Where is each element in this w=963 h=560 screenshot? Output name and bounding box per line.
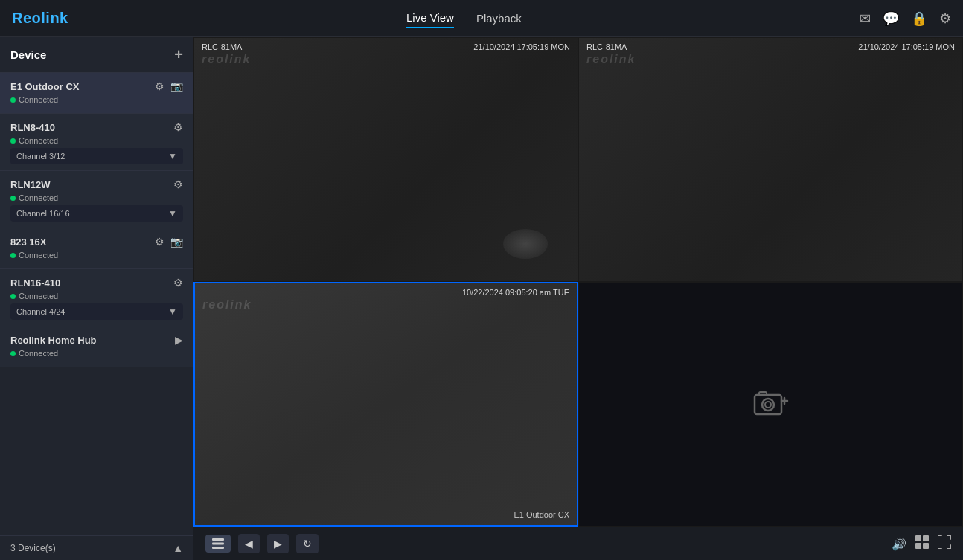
device-status-1: Connected	[19, 136, 58, 145]
svg-point-1	[762, 399, 774, 411]
message-icon[interactable]: ✉	[860, 10, 871, 27]
status-dot-3	[10, 253, 16, 258]
main-area: Device + E1 Outdoor CX ⚙ 📷 Connected RLN…	[0, 37, 963, 560]
channel-label-1: Channel 3/12	[16, 152, 65, 161]
camera-overlay-top-0: RLC-81MA 21/10/2024 17:05:19 MON	[194, 42, 578, 51]
header-icons: ✉ 💬 🔒 ⚙	[860, 10, 951, 27]
camera-datetime-0: 21/10/2024 17:05:19 MON	[473, 42, 570, 51]
bottom-bar: ◀ ▶ ↻ 🔊	[193, 527, 963, 560]
camera-watermark-2: reolink	[202, 298, 252, 312]
device-count: 3 Device(s)	[10, 543, 56, 553]
camera-cell-1[interactable]: RLC-81MA 21/10/2024 17:05:19 MON reolink	[578, 37, 963, 282]
header-nav: Live View Playback	[406, 8, 522, 28]
device-settings-2[interactable]: ⚙	[173, 178, 183, 190]
camera-feed-2: 10/22/2024 09:05:20 am TUE reolink E1 Ou…	[195, 283, 577, 525]
camera-watermark-0: reolink	[202, 53, 251, 66]
device-item-rln8-410[interactable]: RLN8-410 ⚙ Connected Channel 3/12 ▼	[0, 114, 193, 171]
status-dot-0	[10, 97, 16, 103]
device-settings-4[interactable]: ⚙	[173, 277, 183, 289]
status-dot-2	[10, 196, 16, 201]
device-name-4: RLN16-410	[10, 277, 60, 289]
channel-arrow-2: ▼	[168, 208, 177, 219]
device-status-3: Connected	[19, 251, 58, 260]
device-stream-icon-3[interactable]: 📷	[170, 236, 183, 248]
device-name-5: Reolink Home Hub	[10, 335, 97, 346]
bottom-right-controls: 🔊	[892, 535, 951, 552]
svg-rect-12	[923, 543, 929, 549]
lock-icon[interactable]: 🔒	[911, 10, 927, 27]
device-item-rln16-410[interactable]: RLN16-410 ⚙ Connected Channel 4/24 ▼	[0, 269, 193, 326]
camera-model-1: RLC-81MA	[586, 42, 627, 51]
device-chevron-right-5[interactable]: ▶	[175, 334, 183, 346]
collapse-sidebar-button[interactable]: ▲	[173, 542, 183, 554]
svg-rect-10	[923, 535, 929, 541]
channel-label-2: Channel 16/16	[16, 209, 70, 218]
add-camera-icon	[753, 387, 789, 422]
device-name-0: E1 Outdoor CX	[10, 81, 79, 92]
sidebar-footer: 3 Device(s) ▲	[0, 535, 193, 560]
svg-rect-7	[212, 543, 224, 545]
svg-rect-11	[915, 543, 921, 549]
camera-feed-1: RLC-81MA 21/10/2024 17:05:19 MON reolink	[579, 38, 962, 281]
nav-playback[interactable]: Playback	[476, 9, 522, 28]
prev-button[interactable]: ◀	[238, 534, 260, 553]
list-view-button[interactable]	[205, 535, 231, 553]
bottom-left-controls: ◀ ▶ ↻	[205, 534, 319, 553]
device-item-e1-outdoor-cx[interactable]: E1 Outdoor CX ⚙ 📷 Connected	[0, 73, 193, 114]
device-item-home-hub[interactable]: Reolink Home Hub ▶ Connected	[0, 326, 193, 367]
channel-arrow-1: ▼	[168, 151, 177, 161]
channel-selector-1[interactable]: Channel 3/12 ▼	[10, 148, 183, 164]
device-name-3: 823 16X	[10, 236, 46, 248]
device-settings-0[interactable]: ⚙	[155, 80, 164, 92]
camera-watermark-1: reolink	[586, 53, 636, 66]
camera-label-2: E1 Outdoor CX	[514, 510, 569, 519]
device-status-0: Connected	[19, 95, 58, 104]
camera-feed-0: RLC-81MA 21/10/2024 17:05:19 MON reolink	[194, 38, 578, 281]
volume-icon[interactable]: 🔊	[892, 537, 906, 551]
status-dot-1	[10, 138, 16, 144]
device-status-5: Connected	[19, 349, 58, 358]
chat-icon[interactable]: 💬	[883, 10, 899, 27]
channel-arrow-4: ▼	[168, 306, 177, 317]
camera-cell-2[interactable]: 10/22/2024 09:05:20 am TUE reolink E1 Ou…	[193, 282, 578, 527]
svg-rect-8	[212, 547, 224, 549]
camera-overlay-top-2: 10/22/2024 09:05:20 am TUE	[195, 288, 577, 297]
fullscreen-icon[interactable]	[938, 535, 951, 552]
camera-overlay-top-1: RLC-81MA 21/10/2024 17:05:19 MON	[579, 42, 962, 51]
channel-selector-4[interactable]: Channel 4/24 ▼	[10, 303, 183, 320]
device-stream-icon-0[interactable]: 📷	[170, 80, 183, 92]
camera-datetime-2: 10/22/2024 09:05:20 am TUE	[462, 288, 569, 297]
channel-label-4: Channel 4/24	[16, 307, 65, 316]
add-device-button[interactable]: +	[174, 46, 183, 63]
device-settings-1[interactable]: ⚙	[173, 121, 183, 133]
svg-rect-3	[759, 392, 767, 396]
device-name-2: RLN12W	[10, 179, 50, 190]
device-item-rln12w[interactable]: RLN12W ⚙ Connected Channel 16/16 ▼	[0, 171, 193, 228]
device-settings-3[interactable]: ⚙	[155, 236, 164, 248]
logo: Reolink	[12, 10, 68, 27]
sidebar-title: Device	[10, 48, 46, 61]
sidebar-header: Device +	[0, 37, 193, 73]
camera-cell-0[interactable]: RLC-81MA 21/10/2024 17:05:19 MON reolink	[193, 37, 578, 282]
camera-model-0: RLC-81MA	[202, 42, 242, 51]
device-name-1: RLN8-410	[10, 122, 55, 133]
svg-rect-6	[212, 538, 224, 541]
svg-point-2	[765, 402, 771, 408]
grid-layout-icon[interactable]	[915, 535, 929, 552]
nav-live-view[interactable]: Live View	[406, 8, 454, 28]
channel-selector-2[interactable]: Channel 16/16 ▼	[10, 205, 183, 222]
status-dot-5	[10, 351, 16, 356]
settings-icon[interactable]: ⚙	[939, 10, 951, 27]
sidebar: Device + E1 Outdoor CX ⚙ 📷 Connected RLN…	[0, 37, 193, 560]
next-button[interactable]: ▶	[267, 534, 289, 553]
camera-area: RLC-81MA 21/10/2024 17:05:19 MON reolink…	[193, 37, 963, 560]
device-item-823-16x[interactable]: 823 16X ⚙ 📷 Connected	[0, 228, 193, 269]
status-dot-4	[10, 294, 16, 299]
refresh-button[interactable]: ↻	[296, 534, 319, 553]
svg-rect-9	[915, 535, 921, 541]
device-status-4: Connected	[19, 292, 58, 300]
camera-datetime-1: 21/10/2024 17:05:19 MON	[858, 42, 955, 51]
header: Reolink Live View Playback ✉ 💬 🔒 ⚙	[0, 0, 963, 37]
camera-grid: RLC-81MA 21/10/2024 17:05:19 MON reolink…	[193, 37, 963, 527]
camera-cell-3[interactable]	[578, 282, 963, 527]
